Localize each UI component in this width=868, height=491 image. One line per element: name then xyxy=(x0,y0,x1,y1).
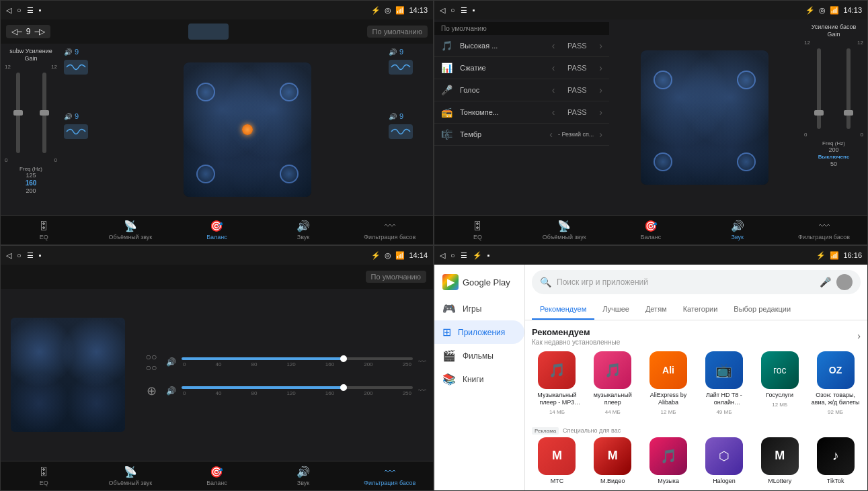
nav-balance-2[interactable]: 🎯 Баланс xyxy=(608,220,695,240)
tab-recommended[interactable]: Рекомендуем xyxy=(532,300,594,320)
freq-list-r[interactable]: 200 Выключенс 50 xyxy=(804,146,863,167)
record-icon: ▪ xyxy=(39,6,42,14)
car-graphic-small[interactable] xyxy=(11,318,125,432)
arrow-right-high[interactable]: › xyxy=(599,40,602,51)
home-icon[interactable]: ○ xyxy=(17,6,22,14)
freq-list[interactable]: 125 160 200 xyxy=(5,172,57,194)
gain-slider-right[interactable] xyxy=(42,73,46,153)
nav-sound-2[interactable]: 🔊 Звук xyxy=(694,220,781,240)
car-graphic-2[interactable] xyxy=(641,50,768,185)
app-card-ozon[interactable]: OZ Озон: товары, авиа, ж/д билеты 92 МБ xyxy=(810,351,861,415)
sound-item-tone[interactable]: 📻 Тонкомпе... ‹ PASS › xyxy=(434,101,609,124)
h-slider-thumb-2[interactable] xyxy=(340,384,347,391)
gain-sliders-right[interactable] xyxy=(804,48,863,129)
app-card-mlottery[interactable]: М MLottery xyxy=(754,437,805,485)
nav-sound[interactable]: 🔊 Звук xyxy=(260,220,347,240)
gain-thumb-left[interactable] xyxy=(13,110,23,116)
freq-200[interactable]: 200 xyxy=(26,187,36,194)
sound-item-voice[interactable]: 🎤 Голос ‹ PASS › xyxy=(434,79,609,101)
app-card-mvideo[interactable]: М М.Видео xyxy=(588,437,638,485)
back-icon-4[interactable]: ◁ xyxy=(440,251,445,260)
arrow-left-high[interactable]: ‹ xyxy=(552,40,555,51)
app-card-tiktok[interactable]: ♪ TikTok xyxy=(810,437,861,485)
gain-sliders[interactable] xyxy=(5,73,57,153)
freq-160[interactable]: 160 xyxy=(26,179,37,187)
gain-thumb-left-r[interactable] xyxy=(814,110,824,116)
freq-off-r[interactable]: Выключенс xyxy=(818,154,850,160)
gain-slider-left[interactable] xyxy=(16,73,20,153)
app-card-music2[interactable]: 🎵 музыкальный плеер 44 МБ xyxy=(588,351,638,415)
tab-kids[interactable]: Детям xyxy=(637,300,675,320)
user-avatar[interactable] xyxy=(836,274,853,290)
arrow-right-voice[interactable]: › xyxy=(599,85,602,95)
sound-item-timbre[interactable]: 🎼 Тембр ‹ - Резкий сп... › xyxy=(434,124,609,146)
gain-slider-right-r[interactable] xyxy=(846,48,851,129)
mic-icon[interactable]: 🎤 xyxy=(820,277,831,287)
app-card-tv[interactable]: 📺 Лайт HD T8 - онлайн бесплатно 49 МБ xyxy=(699,351,749,415)
back-icon-3[interactable]: ◁ xyxy=(6,251,11,260)
nav-surround-3[interactable]: 📡 Объёмный звук xyxy=(87,465,174,486)
vol-down-icon[interactable]: ◁– xyxy=(11,27,22,36)
nav-surround[interactable]: 📡 Объёмный звук xyxy=(87,220,174,240)
gain-thumb-right-r[interactable] xyxy=(844,110,853,116)
gain-thumb-right[interactable] xyxy=(40,110,49,116)
home-icon-3[interactable]: ○ xyxy=(17,251,22,259)
menu-icon[interactable]: ☰ xyxy=(27,6,34,15)
tab-best[interactable]: Лучшее xyxy=(594,300,637,320)
see-more-button[interactable]: › xyxy=(857,330,867,341)
tab-editors[interactable]: Выбор редакции xyxy=(725,300,799,320)
gplay-search[interactable]: 🔍 Поиск игр и приложений 🎤 xyxy=(532,270,861,294)
nav-balance[interactable]: 🎯 Баланс xyxy=(173,220,260,240)
gplay-nav-games[interactable]: 🎮 Игры xyxy=(434,297,524,320)
freq-200-r[interactable]: 200 xyxy=(828,146,838,153)
gplay-nav-apps[interactable]: ⊞ Приложения xyxy=(434,320,524,344)
gplay-nav-books[interactable]: 📚 Книги xyxy=(434,367,524,391)
back-icon-2[interactable]: ◁ xyxy=(440,6,445,15)
nav-eq-3[interactable]: 🎛 EQ xyxy=(1,466,87,486)
preset-button[interactable]: По умолчанию xyxy=(367,26,428,38)
arrow-left-compress[interactable]: ‹ xyxy=(552,62,555,73)
preset-button-3[interactable]: По умолчанию xyxy=(366,271,426,283)
vol-up-icon[interactable]: –▷ xyxy=(34,27,45,36)
nav-balance-3[interactable]: 🎯 Баланс xyxy=(173,465,260,486)
arrow-left-voice[interactable]: ‹ xyxy=(552,85,555,95)
menu-icon-3[interactable]: ☰ xyxy=(27,251,34,260)
nav-surround-2[interactable]: 📡 Объёмный звук xyxy=(521,220,608,240)
app-card-mts[interactable]: М МТС xyxy=(532,437,582,485)
menu-icon-2[interactable]: ☰ xyxy=(461,6,467,15)
freq-125[interactable]: 125 xyxy=(26,172,36,179)
app-card-gosuslugi[interactable]: гос Госуслуги 12 МБ xyxy=(754,351,805,415)
nav-sound-3[interactable]: 🔊 Звук xyxy=(260,465,347,486)
car-graphic[interactable] xyxy=(184,62,311,197)
app-card-music-ad[interactable]: 🎵 Музыка xyxy=(643,437,694,485)
home-icon-2[interactable]: ○ xyxy=(450,6,455,14)
nav-eq-2[interactable]: 🎛 EQ xyxy=(434,220,521,240)
home-icon-4[interactable]: ○ xyxy=(450,251,455,259)
arrow-right-compress[interactable]: › xyxy=(599,62,602,73)
back-icon[interactable]: ◁ xyxy=(6,6,11,15)
nav-eq[interactable]: 🎛 EQ xyxy=(1,220,87,240)
nav-filter-2[interactable]: 〰 Фильтрация басов xyxy=(781,220,867,240)
app-card-halogen[interactable]: ⬡ Halogen xyxy=(699,437,749,485)
gplay-nav-movies[interactable]: 🎬 Фильмы xyxy=(434,344,524,367)
nav-filter-3[interactable]: 〰 Фильтрация басов xyxy=(346,466,433,486)
sound-item-high[interactable]: 🎵 Высокая ... ‹ PASS › xyxy=(434,35,609,57)
arrow-left-timbre[interactable]: ‹ xyxy=(549,129,553,140)
tab-categories[interactable]: Категории xyxy=(675,300,726,320)
arrow-left-tone[interactable]: ‹ xyxy=(552,107,555,118)
h-slider-thumb-1[interactable] xyxy=(340,355,347,362)
h-slider-1[interactable] xyxy=(182,357,413,360)
balance-point[interactable] xyxy=(242,124,253,135)
app-card-music1[interactable]: 🎵 Музыкальный плеер - MP3 плеер , Плеер … xyxy=(532,351,582,415)
status-bar-3: ◁ ○ ☰ ▪ ⚡ ◎ 📶 14:14 xyxy=(1,246,433,265)
sound-item-compress[interactable]: 📊 Сжатие ‹ PASS › xyxy=(434,57,609,79)
h-slider-2[interactable] xyxy=(182,386,413,389)
menu-icon-4[interactable]: ☰ xyxy=(461,251,467,260)
volume-control[interactable]: ◁– 9 –▷ xyxy=(6,25,50,38)
arrow-right-tone[interactable]: › xyxy=(599,107,602,118)
arrow-right-timbre[interactable]: › xyxy=(599,129,602,140)
freq-50-r[interactable]: 50 xyxy=(830,161,837,167)
gain-slider-left-r[interactable] xyxy=(817,48,821,129)
app-card-aliexpress[interactable]: Ali AliExpress by Alibaba 12 МБ xyxy=(643,351,694,415)
nav-filter[interactable]: 〰 Фильтрация басов xyxy=(346,220,433,240)
